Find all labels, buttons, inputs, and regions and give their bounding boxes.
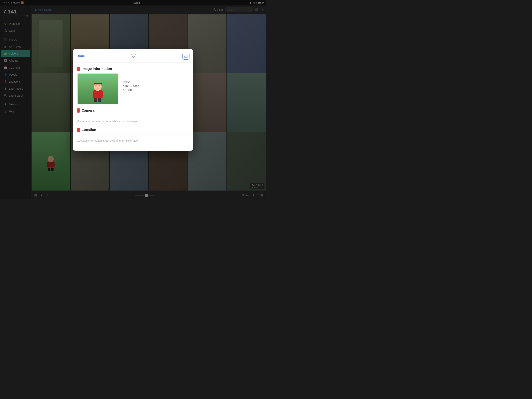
image-dimensions: 5184 × 3888 [123, 84, 139, 88]
camera-section-header: Camera [77, 108, 189, 113]
modal-body: Image Information [73, 63, 193, 151]
location-divider [77, 134, 189, 135]
image-format: JPEG [123, 80, 139, 84]
done-button[interactable]: Done [76, 54, 85, 58]
baby-photo-preview [78, 74, 118, 104]
modal-header: Done [73, 49, 193, 63]
baby-leg-right [98, 98, 101, 102]
location-section: Location Location information is not ava… [77, 128, 189, 144]
camera-title: Camera [82, 109, 95, 113]
baby-leg-left [94, 98, 97, 102]
location-section-header: Location [77, 128, 189, 132]
modal-overlay[interactable]: Done [0, 0, 266, 200]
section-indicator-image [77, 67, 80, 71]
baby-body [93, 90, 103, 98]
image-meta: — JPEG 5184 × 3888 6.1 MB [123, 73, 139, 92]
section-indicator-camera [77, 108, 80, 113]
camera-empty-text: Camera information is not available for … [77, 118, 189, 124]
image-info-modal: Done [73, 49, 193, 151]
share-button[interactable] [183, 53, 190, 60]
baby-legs [94, 98, 101, 102]
baby-head [94, 83, 102, 91]
image-info-section-header: Image Information [77, 67, 189, 71]
image-info-title: Image Information [82, 67, 112, 71]
image-filesize: 6.1 MB [123, 89, 139, 92]
app-logo [130, 52, 137, 60]
location-title: Location [82, 128, 96, 132]
preview-image [77, 73, 118, 104]
image-info-row: — JPEG 5184 × 3888 6.1 MB [77, 73, 189, 104]
section-indicator-location [77, 128, 80, 132]
location-empty-text: Location information is not available fo… [77, 138, 189, 144]
camera-section: Camera Camera information is not availab… [77, 108, 189, 124]
meta-dash: — [123, 75, 139, 79]
baby-figure [93, 83, 103, 102]
